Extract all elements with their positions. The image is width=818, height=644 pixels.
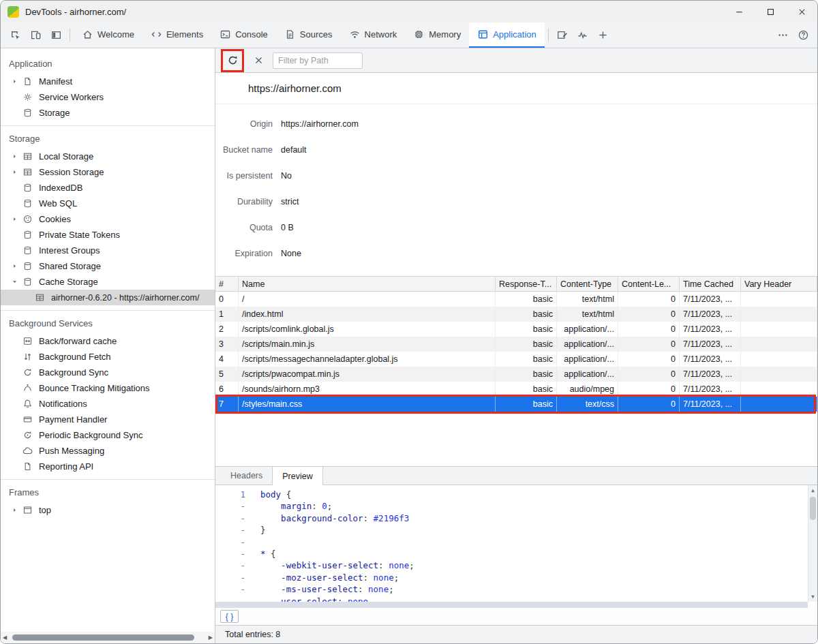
sidebar-item-label: Payment Handler bbox=[39, 414, 107, 425]
tab-console[interactable]: Console bbox=[211, 22, 276, 48]
sidebar-item-service-workers[interactable]: Service Workers bbox=[1, 89, 215, 105]
scrollbar-thumb[interactable] bbox=[810, 497, 816, 520]
cell-time-cached: 7/11/2023, ... bbox=[680, 352, 741, 367]
column-header-number[interactable]: # bbox=[215, 277, 239, 291]
sidebar-item-payment-handler[interactable]: Payment Handler bbox=[1, 412, 215, 427]
sidebar-item-private-state-tokens[interactable]: Private State Tokens bbox=[1, 227, 215, 243]
column-header-time-cached[interactable]: Time Cached bbox=[680, 277, 741, 291]
sidebar-item-label: Service Workers bbox=[39, 92, 104, 102]
chevron-right-icon[interactable] bbox=[9, 215, 20, 223]
sidebar-item-periodic-background-sync[interactable]: Periodic Background Sync bbox=[1, 427, 215, 443]
code-horizontal-scrollbar[interactable] bbox=[215, 602, 808, 608]
window-title: DevTools - airhorner.com/ bbox=[25, 7, 126, 17]
sidebar-item-reporting-api[interactable]: Reporting API bbox=[1, 459, 215, 474]
tab-welcome[interactable]: Welcome bbox=[74, 22, 142, 48]
sidebar-item-shared-storage[interactable]: Shared Storage bbox=[1, 258, 215, 274]
column-header-name[interactable]: Name bbox=[239, 277, 496, 291]
code-line: margin: 0; bbox=[260, 500, 808, 512]
tab-memory[interactable]: Memory bbox=[405, 22, 469, 48]
scroll-down-arrow[interactable]: ▼ bbox=[808, 594, 817, 600]
detail-tab-preview[interactable]: Preview bbox=[272, 467, 322, 485]
sidebar-item-background-fetch[interactable]: Background Fetch bbox=[1, 349, 215, 365]
cache-entry-row-4[interactable]: 4/scripts/messagechanneladapter.global.j… bbox=[215, 352, 817, 367]
performance-monitor-icon[interactable] bbox=[573, 22, 593, 48]
close-button[interactable] bbox=[786, 1, 817, 22]
cache-entry-row-1[interactable]: 1/index.htmlbasictext/html07/11/2023, ..… bbox=[215, 307, 817, 322]
cache-entry-row-0[interactable]: 0/basictext/html07/11/2023, ... bbox=[215, 292, 817, 307]
sidebar-item-cache-storage[interactable]: Cache Storage bbox=[1, 274, 215, 290]
inspect-icon[interactable] bbox=[5, 22, 25, 48]
scrollbar-thumb[interactable] bbox=[12, 634, 194, 641]
database-icon bbox=[22, 198, 33, 209]
sidebar-item-indexeddb[interactable]: IndexedDB bbox=[1, 180, 215, 196]
refresh-button[interactable] bbox=[224, 52, 241, 70]
meta-row-is-persistent: Is persistentNo bbox=[215, 163, 817, 189]
delete-selected-button[interactable] bbox=[249, 52, 267, 70]
chevron-right-icon[interactable] bbox=[9, 262, 20, 270]
sidebar-item-storage[interactable]: Storage bbox=[1, 105, 215, 121]
chevron-right-icon[interactable] bbox=[9, 506, 20, 514]
chevron-right-icon[interactable] bbox=[9, 153, 20, 160]
sidebar-item-web-sql[interactable]: Web SQL bbox=[1, 196, 215, 211]
cell-content-type: text/css bbox=[557, 397, 618, 412]
meta-label: Is persistent bbox=[215, 171, 273, 181]
more-options-button[interactable] bbox=[772, 29, 793, 41]
sidebar-item-session-storage[interactable]: Session Storage bbox=[1, 164, 215, 180]
minimize-button[interactable] bbox=[723, 1, 755, 22]
line-number: - bbox=[215, 512, 255, 524]
cache-entry-row-3[interactable]: 3/scripts/main.min.jsbasicapplication/..… bbox=[215, 337, 817, 352]
preview-vertical-scrollbar[interactable]: ▲ ▼ bbox=[808, 485, 817, 602]
cache-entry-row-2[interactable]: 2/scripts/comlink.global.jsbasicapplicat… bbox=[215, 322, 817, 337]
sidebar-item-push-messaging[interactable]: Push Messaging bbox=[1, 443, 215, 459]
sidebar-horizontal-scrollbar[interactable]: ◀ ▶ bbox=[1, 632, 215, 643]
line-number: - bbox=[215, 559, 255, 571]
cache-entry-row-5[interactable]: 5/scripts/pwacompat.min.jsbasicapplicati… bbox=[215, 367, 817, 382]
red-highlight-box-refresh bbox=[221, 49, 244, 72]
sidebar-item-manifest[interactable]: Manifest bbox=[1, 74, 215, 89]
sidebar-item-local-storage[interactable]: Local Storage bbox=[1, 149, 215, 164]
chevron-down-icon[interactable] bbox=[9, 278, 20, 286]
sidebar-item-top[interactable]: top bbox=[1, 502, 215, 518]
filter-input[interactable] bbox=[273, 52, 363, 69]
pretty-print-button[interactable]: { } bbox=[220, 610, 239, 623]
sidebar-item-label: Local Storage bbox=[39, 151, 93, 162]
chevron-right-icon[interactable] bbox=[9, 78, 20, 85]
status-bar: Total entries: 8 bbox=[215, 625, 817, 643]
column-header-content-type[interactable]: Content-Type bbox=[557, 277, 618, 291]
column-header-response-t[interactable]: Response-T... bbox=[496, 277, 557, 291]
help-button[interactable] bbox=[793, 29, 813, 41]
detail-tab-headers[interactable]: Headers bbox=[221, 467, 272, 485]
memory-icon bbox=[413, 29, 425, 40]
chevron-right-icon[interactable] bbox=[9, 168, 20, 176]
sidebar-item-label: Session Storage bbox=[39, 167, 104, 177]
maximize-button[interactable] bbox=[755, 1, 786, 22]
sidebar-item-back-forward-cache[interactable]: Back/forward cache bbox=[1, 333, 215, 349]
dock-side-icon[interactable] bbox=[46, 22, 66, 48]
tab-sources[interactable]: Sources bbox=[276, 22, 341, 48]
sidebar-item-notifications[interactable]: Notifications bbox=[1, 396, 215, 412]
scroll-right-arrow[interactable]: ▶ bbox=[209, 635, 213, 641]
cell-vary bbox=[741, 397, 817, 412]
cache-entry-row-6[interactable]: 6/sounds/airhorn.mp3basicaudio/mpeg07/11… bbox=[215, 382, 817, 397]
sidebar-section-background-services: Background Services bbox=[1, 312, 215, 333]
sidebar-item-cookies[interactable]: Cookies bbox=[1, 211, 215, 227]
cache-entry-row-7[interactable]: 7/styles/main.cssbasictext/css07/11/2023… bbox=[215, 397, 817, 412]
changes-icon[interactable] bbox=[552, 22, 573, 48]
separator bbox=[70, 29, 70, 42]
cell-content-type: text/html bbox=[557, 292, 618, 307]
tab-network[interactable]: Network bbox=[341, 22, 406, 48]
scroll-up-arrow[interactable]: ▲ bbox=[808, 488, 817, 493]
cell-num: 3 bbox=[215, 337, 239, 352]
tab-application[interactable]: Application bbox=[469, 22, 545, 48]
add-panel-button[interactable] bbox=[593, 22, 614, 48]
sidebar-item-background-sync[interactable]: Background Sync bbox=[1, 365, 215, 380]
scroll-left-arrow[interactable]: ◀ bbox=[3, 635, 7, 641]
sidebar-item-interest-groups[interactable]: Interest Groups bbox=[1, 243, 215, 258]
device-toolbar-icon[interactable] bbox=[25, 22, 46, 48]
column-header-content-le[interactable]: Content-Le... bbox=[618, 277, 680, 291]
sidebar-item-airhorner-0-6-20-https-airhorner-com[interactable]: airhorner-0.6.20 - https://airhorner.com… bbox=[1, 290, 215, 305]
tab-elements[interactable]: Elements bbox=[142, 22, 211, 48]
database-icon bbox=[22, 108, 33, 119]
sidebar-item-bounce-tracking-mitigations[interactable]: Bounce Tracking Mitigations bbox=[1, 380, 215, 396]
column-header-vary-header[interactable]: Vary Header bbox=[741, 277, 817, 291]
